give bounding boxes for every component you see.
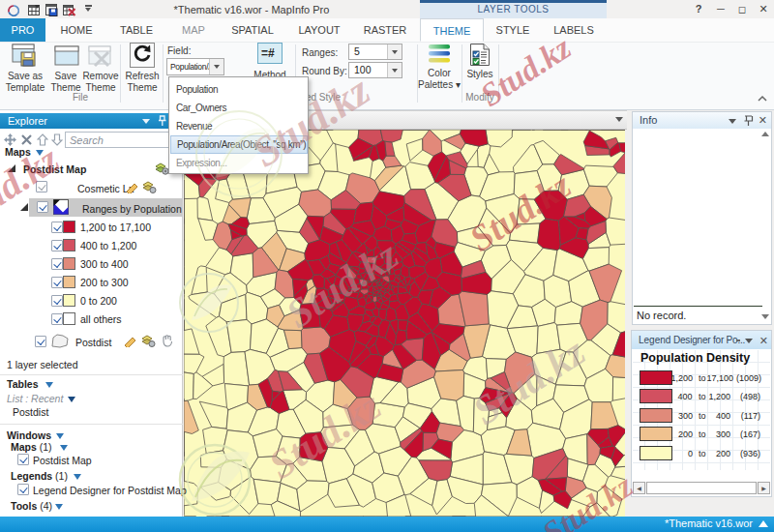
svg-text:=#: =# [261,46,275,60]
